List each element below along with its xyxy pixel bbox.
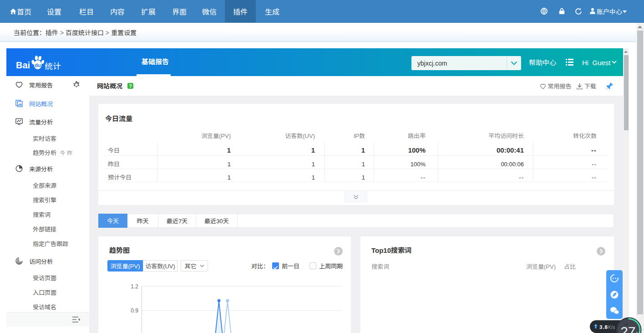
svg-text:0.9: 0.9 xyxy=(131,307,138,314)
svg-text:27: 27 xyxy=(620,324,635,333)
svg-text:1.2: 1.2 xyxy=(131,283,138,290)
svg-text:%: % xyxy=(636,331,641,333)
svg-text:du: du xyxy=(35,62,41,68)
